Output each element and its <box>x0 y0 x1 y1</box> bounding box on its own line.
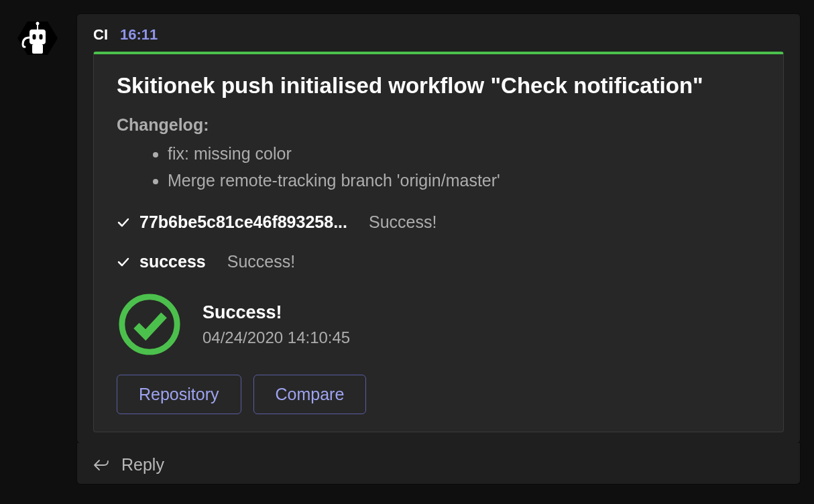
message-container: CI 16:11 Skitionek push initialised work… <box>76 13 801 444</box>
sender-name: CI <box>93 26 108 44</box>
card-title: Skitionek push initialised workflow "Che… <box>117 72 760 99</box>
success-text-block: Success! 04/24/2020 14:10:45 <box>202 302 350 347</box>
workflow-status-text: success <box>139 252 206 271</box>
svg-rect-5 <box>40 34 43 40</box>
svg-rect-1 <box>30 29 46 44</box>
reply-placeholder: Reply <box>121 455 164 475</box>
github-bot-icon <box>13 17 62 66</box>
button-row: Repository Compare <box>117 375 760 414</box>
result-main: Success! <box>202 302 350 323</box>
message-timestamp: 16:11 <box>120 26 158 44</box>
commit-status-label: Success! <box>369 212 437 232</box>
success-circle-icon <box>117 292 182 357</box>
workflow-status-line: success Success! <box>117 252 760 271</box>
commit-hash: 77b6be5c81ce46f893258... <box>139 212 347 232</box>
bot-avatar <box>13 17 62 66</box>
success-block: Success! 04/24/2020 14:10:45 <box>117 292 760 357</box>
svg-point-3 <box>36 22 40 25</box>
check-icon <box>117 255 130 269</box>
changelog-item: Merge remote-tracking branch 'origin/mas… <box>168 167 760 194</box>
svg-rect-6 <box>32 44 43 54</box>
changelog-label: Changelog: <box>117 115 760 135</box>
notification-card: Skitionek push initialised workflow "Che… <box>93 52 784 432</box>
message-header: CI 16:11 <box>93 26 784 44</box>
check-icon <box>117 216 130 229</box>
reply-arrow-icon <box>93 458 109 472</box>
reply-input[interactable]: Reply <box>76 443 801 485</box>
compare-button[interactable]: Compare <box>253 375 367 414</box>
changelog-list: fix: missing color Merge remote-tracking… <box>117 140 760 194</box>
changelog-item: fix: missing color <box>168 140 760 167</box>
commit-status-line: 77b6be5c81ce46f893258... Success! <box>117 212 760 232</box>
message-column: CI 16:11 Skitionek push initialised work… <box>76 13 801 485</box>
repository-button[interactable]: Repository <box>117 375 241 414</box>
svg-rect-4 <box>33 34 36 40</box>
svg-point-7 <box>122 297 177 352</box>
result-datetime: 04/24/2020 14:10:45 <box>202 328 350 347</box>
message-row: CI 16:11 Skitionek push initialised work… <box>13 13 801 485</box>
workflow-status-label: Success! <box>227 252 295 271</box>
